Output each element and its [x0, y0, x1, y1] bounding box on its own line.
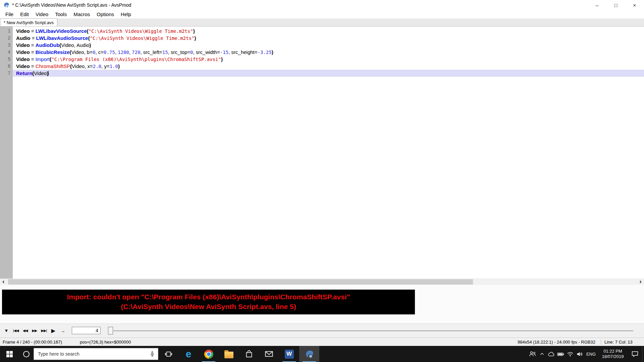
file-explorer-icon	[224, 352, 233, 358]
onedrive-button[interactable]	[547, 346, 556, 362]
show-hidden-icons-button[interactable]	[537, 346, 547, 362]
people-icon	[529, 351, 537, 357]
menu-edit[interactable]: Edit	[17, 11, 32, 17]
menu-help[interactable]: Help	[117, 11, 135, 17]
slider-thumb[interactable]	[108, 327, 113, 335]
search-input[interactable]	[34, 351, 147, 357]
task-view-icon	[165, 350, 172, 358]
word-icon: W	[285, 350, 294, 359]
taskbar-mail-button[interactable]	[259, 346, 279, 362]
microphone-button[interactable]	[147, 348, 158, 360]
menu-video[interactable]: Video	[32, 11, 52, 17]
line-number: 2	[0, 35, 10, 42]
system-tray: ENG 01:22 PM 18/07/2019	[528, 346, 644, 362]
code-line-7[interactable]: Return(Video)	[13, 70, 644, 77]
play-button[interactable]: ▶	[50, 327, 56, 334]
action-center-button[interactable]	[628, 346, 642, 362]
menu-file[interactable]: File	[2, 11, 17, 17]
line-number: 4	[0, 49, 10, 56]
network-button[interactable]	[566, 346, 575, 362]
wifi-icon	[567, 352, 574, 357]
task-view-button[interactable]	[158, 346, 178, 362]
battery-button[interactable]	[556, 346, 566, 362]
tab-script[interactable]: * New AviSynth Script.avs	[0, 18, 57, 26]
speaker-icon	[576, 351, 583, 357]
scrollbar-thumb[interactable]	[8, 279, 473, 285]
goto-last-frame-button[interactable]: ▶▶|	[41, 328, 47, 333]
status-frame-info: Frame 4 / 240 - (00:00:00.167)	[3, 340, 80, 345]
status-pos-info: pos=(726,3) hex=$000000	[80, 340, 518, 345]
playback-toolbar: ▼|◀◀◀◀▶▶▶▶|▶→	[0, 323, 644, 338]
avspmod-app-icon	[3, 2, 9, 8]
taskbar-chrome-button[interactable]	[199, 346, 219, 362]
title-bar: * C:\AviSynth Videos\New AviSynth Script…	[0, 0, 644, 10]
taskbar-file-explorer-button[interactable]	[219, 346, 239, 362]
edge-icon: e	[186, 349, 192, 359]
mail-envelope-icon	[265, 350, 273, 358]
cortana-button[interactable]	[19, 346, 34, 362]
frame-number-input[interactable]	[72, 327, 101, 334]
cortana-icon	[23, 351, 30, 357]
goto-first-frame-button[interactable]: |◀◀	[13, 328, 19, 333]
code-line-2[interactable]: Audio = LWLibavAudioSource("C:\AviSynth …	[13, 35, 644, 42]
code-line-5[interactable]: Video = Import("C:\Program Files (x86)\A…	[13, 56, 644, 63]
playback-buttons: ▼|◀◀◀◀▶▶▶▶|▶→	[3, 324, 66, 338]
taskbar-avspmod-button[interactable]	[299, 346, 319, 362]
start-button[interactable]	[0, 346, 19, 362]
taskbar-word-button[interactable]: W	[279, 346, 299, 362]
maximize-button[interactable]: □	[606, 0, 625, 10]
window-title: * C:\AviSynth Videos\New AviSynth Script…	[12, 2, 131, 8]
fast-forward-button[interactable]: ▶▶	[32, 328, 38, 333]
line-number: 7	[0, 70, 10, 77]
status-cursor-info: Line: 7 Col: 13	[601, 340, 644, 345]
notification-icon	[631, 350, 639, 358]
window-controls: – □ ×	[588, 0, 644, 10]
taskbar-clock[interactable]: 01:22 PM 18/07/2019	[598, 349, 628, 359]
windows-logo-icon	[6, 351, 13, 357]
scroll-left-arrow-icon[interactable]	[0, 279, 6, 285]
taskbar: e W ENG 01:	[0, 346, 644, 362]
script-editor[interactable]: 1234567 Video = LWLibavVideoSource("C:\A…	[0, 26, 644, 279]
taskbar-store-button[interactable]	[239, 346, 259, 362]
language-indicator[interactable]: ENG	[584, 352, 598, 357]
close-button[interactable]: ×	[625, 0, 644, 10]
show-desktop-button[interactable]	[642, 346, 644, 362]
status-video-info: 984x54 (18.222:1) - 24.000 fps - RGB32	[518, 340, 601, 345]
scroll-right-arrow-icon[interactable]	[638, 279, 644, 285]
video-preview-pane: Import: couldn't open "C:\Program Files …	[0, 285, 644, 323]
menu-tools[interactable]: Tools	[52, 11, 70, 17]
menu-bar: FileEditVideoToolsMacrosOptionsHelp	[0, 10, 644, 18]
microphone-icon	[149, 351, 155, 357]
video-preview[interactable]: Import: couldn't open "C:\Program Files …	[2, 290, 415, 314]
rewind-button[interactable]: ◀◀	[22, 328, 28, 333]
slider-groove	[113, 330, 633, 331]
chevron-up-icon	[539, 351, 545, 357]
volume-button[interactable]	[575, 346, 584, 362]
code-line-1[interactable]: Video = LWLibavVideoSource("C:\AviSynth …	[13, 27, 644, 35]
line-number: 3	[0, 42, 10, 49]
error-line: (C:\AviSynth Videos\New AviSynth Script.…	[2, 302, 415, 311]
video-toggle-button[interactable]: ▼	[3, 328, 9, 333]
text-caret	[48, 71, 49, 76]
people-button[interactable]	[528, 346, 537, 362]
line-number: 1	[0, 27, 10, 35]
external-player-button[interactable]: →	[60, 328, 66, 334]
line-number-gutter: 1234567	[0, 26, 13, 279]
line-number: 6	[0, 63, 10, 70]
code-area[interactable]: Video = LWLibavVideoSource("C:\AviSynth …	[13, 26, 644, 279]
frame-slider[interactable]	[108, 324, 635, 338]
taskbar-edge-button[interactable]: e	[178, 346, 199, 362]
code-line-4[interactable]: Video = BicubicResize(Video, b=0, c=0.75…	[13, 49, 644, 56]
taskbar-search-box[interactable]	[34, 348, 158, 360]
line-number: 5	[0, 56, 10, 63]
store-bag-icon	[245, 350, 253, 358]
status-bar: Frame 4 / 240 - (00:00:00.167) pos=(726,…	[0, 338, 644, 346]
menu-options[interactable]: Options	[93, 11, 117, 17]
horizontal-scrollbar[interactable]	[0, 279, 644, 285]
tab-bar: * New AviSynth Script.avs	[0, 18, 644, 26]
code-line-3[interactable]: Video = AudioDub(Video, Audio)	[13, 42, 644, 49]
minimize-button[interactable]: –	[588, 0, 606, 10]
menu-macros[interactable]: Macros	[70, 11, 93, 17]
code-line-6[interactable]: Video = ChromaShiftSP(Video, x=2.0, y=1.…	[13, 63, 644, 70]
avisynth-error-message: Import: couldn't open "C:\Program Files …	[2, 292, 415, 311]
